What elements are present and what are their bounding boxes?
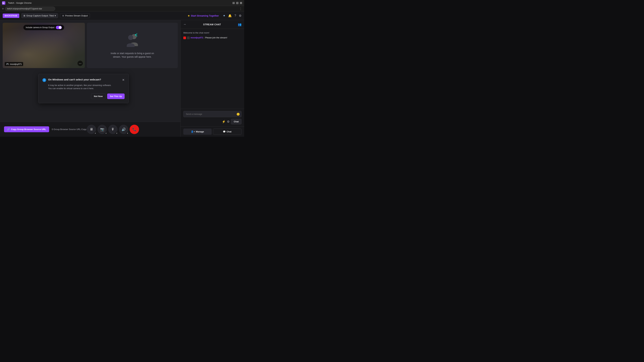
start-streaming-button[interactable]: ★ Start Streaming Together [186,13,221,18]
info-icon: i [42,78,46,82]
camera-icon: 📷 [100,127,104,131]
camera-chevron[interactable]: ▾ [104,132,108,135]
preview-button[interactable]: ⊕ Preview Stream Output [60,13,90,18]
phone-icon: 📞 [132,127,136,131]
volume-icon: 🔊 [122,127,126,131]
chat-send-button[interactable]: Chat [231,119,242,124]
group-capture-button[interactable]: ⊞ Group Capture Output: Tiled ▾ [21,13,58,18]
settings-icon[interactable]: ⚙ [239,14,242,17]
include-camera-switch[interactable] [56,26,62,29]
chat-username: moodjoy071 [190,36,203,39]
notifications-icon[interactable]: 🔔 [228,14,232,17]
mic-chevron[interactable]: ▾ [115,132,118,135]
content-area: Include camera in Group Output 🎮 moodjoy… [0,20,244,137]
dialog-close-button[interactable]: ✕ [122,78,124,82]
host-username: moodjoy071 [10,63,22,65]
manage-button[interactable]: 👤+ Manage [183,129,212,135]
svg-rect-1 [4,2,4,3]
help-icon[interactable]: ? [234,14,236,17]
browser-addressbar: ⚙ twitch.tv/popout/moodjoy071/guest-star… [0,6,244,11]
emoji-button[interactable]: 🙂 [236,112,240,116]
host-video-cell: Include camera in Group Output 🎮 moodjoy… [3,23,85,68]
maximize-button[interactable]: □ [236,2,238,4]
include-camera-toggle: Include camera in Group Output [24,25,64,30]
not-now-button[interactable]: Not Now [91,93,106,99]
mic-button[interactable]: 🎙 ▾ [108,125,118,134]
chat-input-area: 🙂 ⚡ ⚙ Chat [180,109,244,126]
browser-title: Twitch - Google Chrome [8,2,32,4]
video-grid: Include camera in Group Output 🎮 moodjoy… [0,20,180,122]
end-call-button[interactable]: 📞 [130,125,139,134]
host-username-label: 🎮 moodjoy071 [5,62,23,66]
more-options-button[interactable]: ⋯ [78,61,83,66]
svg-line-4 [136,33,137,34]
expand-icon[interactable]: ↔ [183,23,186,26]
start-streaming-label: Start Streaming Together [191,14,219,17]
svg-point-3 [128,35,133,40]
chat-messages: Welcome to the chat room! moodjoy071 : P… [180,29,244,109]
volume-button[interactable]: 🔊 ▾ [119,125,128,134]
manage-icon: 👤+ [191,130,195,133]
dialog-body: It may be active in another program, lik… [48,84,124,90]
filter-icon[interactable]: ⚡ [222,120,226,123]
grid-icon: ⊞ [24,14,25,17]
backstage-button[interactable]: BACKSTAGE [3,13,19,18]
group-source-label: 0 Group Browser Source URL Copy [52,128,86,131]
media-controls: 🖥 ▾ 📷 ▾ 🎙 ▾ 🔊 ▾ [87,125,139,134]
settings-icon[interactable]: ⚙ [227,120,230,123]
users-icon[interactable]: 👥 [238,23,242,26]
dialog-footer: Not Now Set This Up [42,93,124,99]
page-info-icon: ⚙ [2,7,4,10]
minimize-button[interactable]: ─ [232,2,235,4]
dialog-title: On Windows and can't select your webcam? [48,78,120,81]
wand-icon[interactable]: ✦ [223,14,226,17]
screen-share-button[interactable]: 🖥 ▾ [87,125,96,134]
copy-url-label: Copy Group Browser Source URL [11,128,46,131]
header-icons: ✦ 🔔 ? ⚙ [223,14,242,17]
toggle-knob [59,26,62,29]
chat-message-item: moodjoy071 : Please join the stream! [183,36,242,39]
chat-input-wrapper: 🙂 [183,111,242,117]
dialog-body-line1: It may be active in another program, lik… [48,84,111,86]
volume-chevron[interactable]: ▾ [126,132,129,135]
guest-people-icon [124,32,141,49]
camera-button[interactable]: 📷 ▾ [98,125,107,134]
chat-bubble-icon: 💬 [223,130,226,133]
chat-actions: ⚡ ⚙ Chat [183,119,242,124]
screen-chevron[interactable]: ▾ [94,132,97,135]
chat-message-input[interactable] [183,111,242,117]
signal-icon: ⊕ [62,14,64,17]
link-icon: 🔗 [7,128,10,131]
chat-title: STREAM CHAT [203,23,221,26]
set-this-up-button[interactable]: Set This Up [107,93,124,99]
twitch-favicon [2,1,5,5]
twitch-badge-icon: 🎮 [6,63,9,65]
chat-colon: : [204,36,205,39]
manage-label: Manage [196,130,204,133]
chat-sidebar: ↔ STREAM CHAT 👥 Welcome to the chat room… [180,20,244,137]
chat-message-text: Please join the stream! [205,36,227,39]
guest-message: Invite or start requests to bring a gues… [107,52,158,59]
browser-titlebar: Twitch - Google Chrome ─ □ ✕ [0,0,244,6]
dialog-header: i On Windows and can't select your webca… [42,78,124,82]
main-panel: Include camera in Group Output 🎮 moodjoy… [0,20,180,137]
chat-header: ↔ STREAM CHAT 👥 [180,20,244,29]
controls-bar: 🔗 Copy Group Browser Source URL 0 Group … [0,122,180,137]
copy-url-button[interactable]: 🔗 Copy Group Browser Source URL [4,126,49,132]
group-capture-label: Group Capture Output: Tiled [26,14,54,17]
include-camera-label: Include camera in Group Output [26,26,54,29]
guest-placeholder-cell: Invite or start requests to bring a gues… [87,23,178,68]
dialog-body-line2: You can enable its virtual camera to use… [48,87,94,90]
webcam-dialog: i On Windows and can't select your webca… [38,74,129,103]
chevron-down-icon: ▾ [55,14,56,17]
chat-footer-label: Chat [226,130,232,133]
close-button[interactable]: ✕ [240,2,242,4]
star-icon: ★ [188,14,190,17]
welcome-message: Welcome to the chat room! [183,31,242,34]
chat-footer-button[interactable]: 💬 Chat [213,129,242,135]
chat-footer-buttons: 👤+ Manage 💬 Chat [180,126,244,137]
mod-badge [183,36,186,39]
svg-rect-0 [4,2,4,3]
browser-menu-icon[interactable]: ⋮ [239,7,242,10]
address-bar[interactable]: twitch.tv/popout/moodjoy071/guest-star [5,7,55,11]
